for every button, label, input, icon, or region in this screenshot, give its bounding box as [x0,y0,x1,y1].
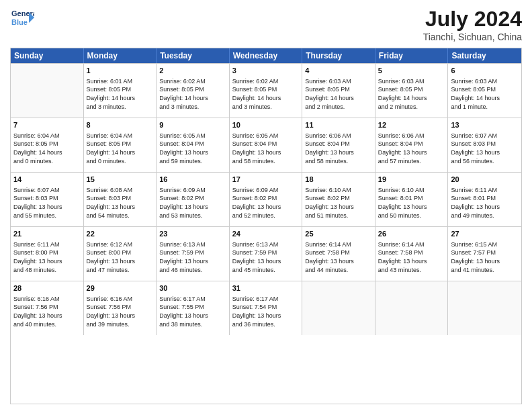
cal-cell: 6Sunrise: 6:03 AM Sunset: 8:05 PM Daylig… [448,64,521,118]
cal-cell: 9Sunrise: 6:05 AM Sunset: 8:04 PM Daylig… [157,118,230,172]
cal-cell: 11Sunrise: 6:06 AM Sunset: 8:04 PM Dayli… [302,118,375,172]
day-number: 7 [13,120,81,130]
day-number: 10 [232,120,300,130]
cell-info: Sunrise: 6:10 AM Sunset: 8:02 PM Dayligh… [305,186,372,220]
calendar-page: General Blue July 2024 Tianchi, Sichuan,… [0,0,532,411]
cal-header-tuesday: Tuesday [157,48,230,63]
day-number: 19 [378,175,445,185]
cell-info: Sunrise: 6:05 AM Sunset: 8:04 PM Dayligh… [159,132,226,165]
day-number: 16 [159,175,226,185]
cell-info: Sunrise: 6:11 AM Sunset: 8:01 PM Dayligh… [451,186,519,220]
cell-info: Sunrise: 6:17 AM Sunset: 7:55 PM Dayligh… [159,295,226,328]
cal-cell: 21Sunrise: 6:11 AM Sunset: 8:00 PM Dayli… [11,227,84,281]
day-number: 23 [159,229,226,239]
cal-cell: 28Sunrise: 6:16 AM Sunset: 7:56 PM Dayli… [11,281,84,335]
day-number: 28 [13,283,81,293]
cell-info: Sunrise: 6:13 AM Sunset: 7:59 PM Dayligh… [159,240,226,274]
calendar-body: 1Sunrise: 6:01 AM Sunset: 8:05 PM Daylig… [11,63,521,335]
calendar-header-row: SundayMondayTuesdayWednesdayThursdayFrid… [11,48,521,63]
cal-cell: 17Sunrise: 6:09 AM Sunset: 8:02 PM Dayli… [230,173,303,226]
cell-info: Sunrise: 6:04 AM Sunset: 8:05 PM Dayligh… [87,132,154,165]
cell-info: Sunrise: 6:03 AM Sunset: 8:05 PM Dayligh… [378,77,445,111]
day-number: 27 [451,229,519,239]
day-number: 24 [232,229,300,239]
day-number: 8 [87,120,154,130]
cell-info: Sunrise: 6:14 AM Sunset: 7:58 PM Dayligh… [305,240,372,274]
cal-cell: 18Sunrise: 6:10 AM Sunset: 8:02 PM Dayli… [302,173,375,226]
cal-cell: 3Sunrise: 6:02 AM Sunset: 8:05 PM Daylig… [230,64,303,118]
cal-cell: 2Sunrise: 6:02 AM Sunset: 8:05 PM Daylig… [157,64,230,118]
cell-info: Sunrise: 6:12 AM Sunset: 8:00 PM Dayligh… [87,240,154,274]
day-number: 9 [159,120,226,130]
cal-header-friday: Friday [375,48,449,63]
cal-cell: 12Sunrise: 6:06 AM Sunset: 8:04 PM Dayli… [375,118,449,172]
day-number: 3 [232,66,300,76]
cal-cell: 16Sunrise: 6:09 AM Sunset: 8:02 PM Dayli… [157,173,230,226]
cal-cell: 22Sunrise: 6:12 AM Sunset: 8:00 PM Dayli… [84,227,157,281]
cal-cell: 26Sunrise: 6:14 AM Sunset: 7:58 PM Dayli… [375,227,449,281]
day-number: 21 [13,229,81,239]
cell-info: Sunrise: 6:05 AM Sunset: 8:04 PM Dayligh… [232,132,300,165]
cal-cell: 25Sunrise: 6:14 AM Sunset: 7:58 PM Dayli… [302,227,375,281]
main-title: July 2024 [423,7,522,32]
cell-info: Sunrise: 6:04 AM Sunset: 8:05 PM Dayligh… [13,132,81,165]
cal-header-thursday: Thursday [302,48,375,63]
cal-cell: 31Sunrise: 6:17 AM Sunset: 7:54 PM Dayli… [230,281,303,335]
cell-info: Sunrise: 6:15 AM Sunset: 7:57 PM Dayligh… [451,240,519,274]
calendar: SundayMondayTuesdayWednesdayThursdayFrid… [10,48,522,404]
logo: General Blue [10,7,34,31]
cal-cell [11,64,84,118]
cal-cell: 19Sunrise: 6:10 AM Sunset: 8:01 PM Dayli… [375,173,449,226]
cell-info: Sunrise: 6:07 AM Sunset: 8:03 PM Dayligh… [13,186,81,220]
cal-cell: 20Sunrise: 6:11 AM Sunset: 8:01 PM Dayli… [448,173,521,226]
cal-cell: 8Sunrise: 6:04 AM Sunset: 8:05 PM Daylig… [84,118,157,172]
day-number: 18 [305,175,372,185]
cell-info: Sunrise: 6:07 AM Sunset: 8:03 PM Dayligh… [451,132,519,165]
cell-info: Sunrise: 6:09 AM Sunset: 8:02 PM Dayligh… [232,186,300,220]
day-number: 5 [378,66,445,76]
day-number: 22 [87,229,154,239]
day-number: 30 [159,283,226,293]
cal-cell: 10Sunrise: 6:05 AM Sunset: 8:04 PM Dayli… [230,118,303,172]
cell-info: Sunrise: 6:01 AM Sunset: 8:05 PM Dayligh… [87,77,154,111]
cell-info: Sunrise: 6:16 AM Sunset: 7:56 PM Dayligh… [87,295,154,328]
day-number: 20 [451,175,519,185]
cell-info: Sunrise: 6:06 AM Sunset: 8:04 PM Dayligh… [305,132,372,165]
cell-info: Sunrise: 6:09 AM Sunset: 8:02 PM Dayligh… [159,186,226,220]
cell-info: Sunrise: 6:06 AM Sunset: 8:04 PM Dayligh… [378,132,445,165]
day-number: 12 [378,120,445,130]
cell-info: Sunrise: 6:13 AM Sunset: 7:59 PM Dayligh… [232,240,300,274]
day-number: 11 [305,120,372,130]
day-number: 2 [159,66,226,76]
day-number: 25 [305,229,372,239]
cal-cell: 30Sunrise: 6:17 AM Sunset: 7:55 PM Dayli… [157,281,230,335]
cell-info: Sunrise: 6:14 AM Sunset: 7:58 PM Dayligh… [378,240,445,274]
cal-row-0: 1Sunrise: 6:01 AM Sunset: 8:05 PM Daylig… [11,63,521,118]
cal-row-1: 7Sunrise: 6:04 AM Sunset: 8:05 PM Daylig… [11,118,521,172]
day-number: 31 [232,283,300,293]
cell-info: Sunrise: 6:03 AM Sunset: 8:05 PM Dayligh… [451,77,519,111]
cal-cell [448,281,521,335]
cell-info: Sunrise: 6:16 AM Sunset: 7:56 PM Dayligh… [13,295,81,328]
day-number: 26 [378,229,445,239]
day-number: 13 [451,120,519,130]
cal-row-2: 14Sunrise: 6:07 AM Sunset: 8:03 PM Dayli… [11,172,521,226]
cal-cell: 5Sunrise: 6:03 AM Sunset: 8:05 PM Daylig… [375,64,449,118]
cal-cell: 14Sunrise: 6:07 AM Sunset: 8:03 PM Dayli… [11,173,84,226]
cell-info: Sunrise: 6:17 AM Sunset: 7:54 PM Dayligh… [232,295,300,328]
cal-cell: 27Sunrise: 6:15 AM Sunset: 7:57 PM Dayli… [448,227,521,281]
cal-cell: 15Sunrise: 6:08 AM Sunset: 8:03 PM Dayli… [84,173,157,226]
cal-header-wednesday: Wednesday [230,48,303,63]
cell-info: Sunrise: 6:11 AM Sunset: 8:00 PM Dayligh… [13,240,81,274]
cal-header-saturday: Saturday [448,48,521,63]
cal-cell [302,281,375,335]
day-number: 15 [87,175,154,185]
cal-row-3: 21Sunrise: 6:11 AM Sunset: 8:00 PM Dayli… [11,226,521,281]
cal-cell: 4Sunrise: 6:03 AM Sunset: 8:05 PM Daylig… [302,64,375,118]
cal-header-monday: Monday [84,48,157,63]
cal-row-4: 28Sunrise: 6:16 AM Sunset: 7:56 PM Dayli… [11,281,521,335]
day-number: 17 [232,175,300,185]
day-number: 6 [451,66,519,76]
day-number: 29 [87,283,154,293]
sub-title: Tianchi, Sichuan, China [423,32,522,42]
